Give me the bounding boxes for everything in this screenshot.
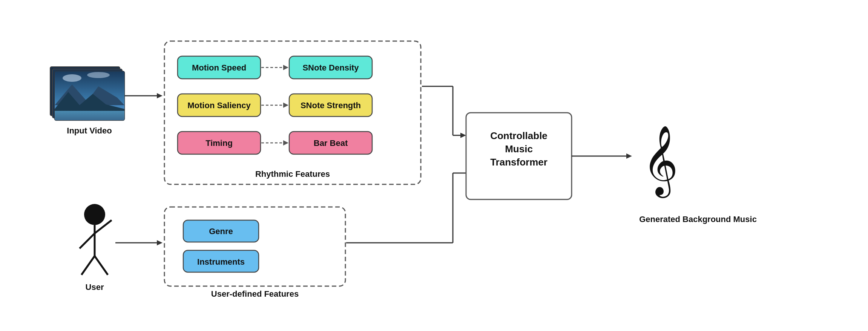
user-label: User <box>86 282 104 292</box>
svg-marker-19 <box>283 103 288 108</box>
svg-point-8 <box>63 74 81 82</box>
instruments-label: Instruments <box>197 257 245 267</box>
svg-marker-15 <box>283 65 288 70</box>
rhythmic-features-label: Rhythmic Features <box>255 169 330 179</box>
svg-marker-11 <box>157 93 163 98</box>
svg-rect-37 <box>164 207 345 286</box>
motion-saliency-label: Motion Saliency <box>187 101 251 110</box>
music-note-icon: 𝄞 <box>643 126 678 198</box>
snote-strength-label: SNote Strength <box>301 101 361 110</box>
svg-line-33 <box>81 256 95 275</box>
svg-line-34 <box>95 256 108 275</box>
bar-beat-label: Bar Beat <box>314 138 348 148</box>
svg-marker-23 <box>283 140 288 146</box>
svg-marker-49 <box>626 153 632 159</box>
svg-text:Music: Music <box>505 143 533 155</box>
svg-point-9 <box>87 72 110 78</box>
svg-text:Transformer: Transformer <box>490 156 547 168</box>
svg-marker-36 <box>157 240 163 245</box>
user-defined-features-label: User-defined Features <box>211 289 299 299</box>
svg-point-29 <box>84 204 105 225</box>
input-video-label: Input Video <box>67 126 112 135</box>
timing-label: Timing <box>205 138 233 148</box>
genre-label: Genre <box>209 227 233 236</box>
motion-speed-label: Motion Speed <box>192 63 246 72</box>
svg-line-31 <box>80 233 95 248</box>
diagram-container: Input Video Motion Speed SNote Density M… <box>0 0 868 331</box>
snote-density-label: SNote Density <box>302 63 359 72</box>
svg-rect-7 <box>55 111 124 120</box>
svg-marker-28 <box>460 133 466 138</box>
output-label: Generated Background Music <box>639 215 757 224</box>
svg-text:Controllable: Controllable <box>490 130 547 141</box>
svg-rect-44 <box>466 113 572 199</box>
